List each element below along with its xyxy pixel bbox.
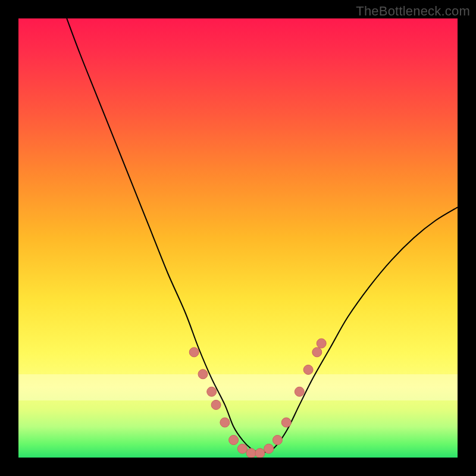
marker-point xyxy=(303,365,313,374)
marker-point xyxy=(189,347,199,357)
marker-point xyxy=(207,387,217,396)
plot-area xyxy=(18,18,458,458)
marker-point xyxy=(264,444,274,453)
watermark-text: TheBottleneck.com xyxy=(356,4,470,19)
marker-point xyxy=(312,347,322,357)
marker-point xyxy=(281,418,291,427)
marker-group xyxy=(189,339,326,458)
curve-layer xyxy=(18,18,458,458)
chart-frame: TheBottleneck.com xyxy=(0,0,476,476)
marker-point xyxy=(220,418,230,427)
marker-point xyxy=(295,387,304,396)
marker-point xyxy=(317,339,326,348)
marker-point xyxy=(246,449,256,458)
marker-point xyxy=(211,400,221,409)
curve-right-branch xyxy=(260,207,458,453)
marker-point xyxy=(229,436,239,445)
marker-point xyxy=(237,444,247,453)
bottleneck-curve xyxy=(67,18,458,453)
curve-left-branch xyxy=(67,18,260,453)
marker-point xyxy=(255,449,265,458)
marker-point xyxy=(273,436,282,445)
marker-point xyxy=(198,369,208,379)
